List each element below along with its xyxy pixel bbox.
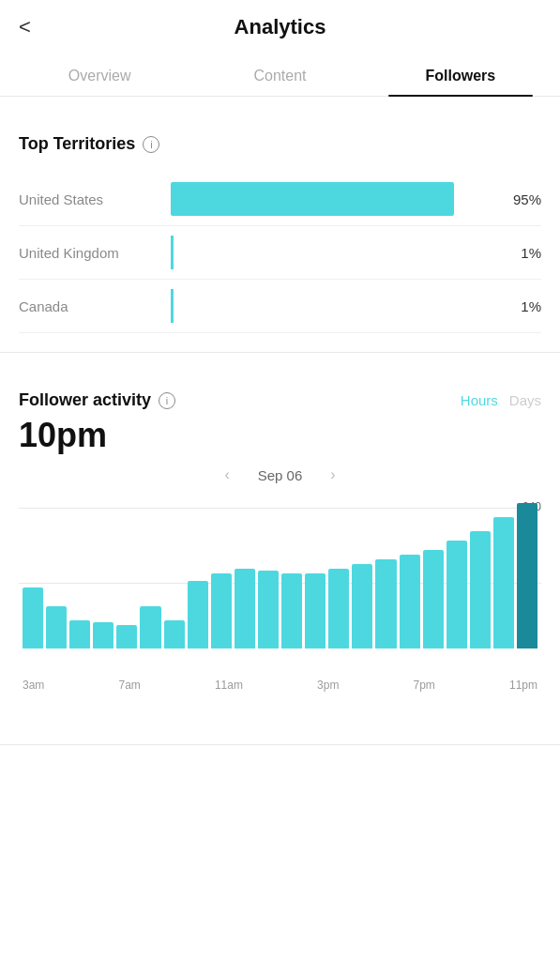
bottom-divider	[0, 744, 560, 745]
peak-time: 10pm	[19, 416, 541, 455]
chart-bar-19	[470, 531, 491, 648]
back-button[interactable]: <	[19, 15, 31, 39]
chart-bar-10	[258, 571, 279, 648]
toggle-days[interactable]: Days	[509, 392, 541, 408]
chart-bar-12	[305, 573, 325, 648]
tab-bar: Overview Content Followers	[0, 54, 560, 97]
header: < Analytics	[0, 0, 560, 54]
chart-bar-9	[235, 569, 255, 648]
territory-row-uk: United Kingdom 1%	[19, 226, 541, 280]
chart-bar-11	[281, 573, 302, 648]
prev-date-button[interactable]: ‹	[224, 466, 229, 483]
activity-info-icon[interactable]: i	[159, 392, 175, 409]
territories-info-icon[interactable]: i	[143, 136, 159, 153]
tab-overview[interactable]: Overview	[9, 54, 189, 96]
territory-bar-uk	[171, 236, 492, 269]
chart-bar-2	[69, 620, 90, 648]
x-label-3am: 3am	[23, 679, 44, 692]
chart-bar-0	[23, 587, 43, 648]
chart-bar-7	[188, 581, 208, 648]
territory-pct-us: 95%	[504, 191, 541, 207]
chart-bar-15	[375, 559, 396, 648]
chart-bar-20	[493, 517, 514, 648]
chart-bar-3	[93, 622, 114, 648]
x-label-7am: 7am	[118, 679, 140, 692]
chart-bar-18	[446, 541, 467, 648]
territory-pct-canada: 1%	[504, 298, 541, 314]
chart-bar-5	[140, 606, 160, 648]
territory-name-us: United States	[19, 191, 159, 207]
activity-toggle: Hours Days	[461, 392, 541, 408]
chart-bar-17	[423, 550, 444, 648]
toggle-hours[interactable]: Hours	[461, 392, 498, 408]
next-date-button[interactable]: ›	[330, 466, 335, 483]
x-label-7pm: 7pm	[414, 679, 435, 692]
chart-bar-14	[352, 564, 372, 648]
tab-followers[interactable]: Followers	[371, 54, 551, 96]
chart-bars	[19, 498, 541, 648]
chart-bar-16	[400, 555, 420, 648]
activity-header: Follower activity i Hours Days	[19, 390, 541, 410]
x-label-11pm: 11pm	[509, 679, 537, 692]
territory-bar-canada	[171, 289, 492, 323]
territory-name-uk: United Kingdom	[19, 245, 159, 261]
x-label-11am: 11am	[215, 679, 243, 692]
date-label: Sep 06	[258, 467, 303, 483]
chart-bar-13	[328, 569, 349, 648]
date-navigation: ‹ Sep 06 ›	[19, 466, 541, 483]
territory-bar-us	[171, 182, 492, 216]
chart-bar-21	[517, 503, 537, 648]
x-label-3pm: 3pm	[317, 679, 339, 692]
territory-row-canada: Canada 1%	[19, 280, 541, 333]
tab-content[interactable]: Content	[189, 54, 370, 96]
follower-activity-section: Follower activity i Hours Days 10pm ‹ Se…	[0, 372, 560, 729]
page-title: Analytics	[235, 15, 326, 39]
territory-row-us: United States 95%	[19, 173, 541, 226]
top-territories-section: Top Territories i United States 95% Unit…	[0, 115, 560, 333]
section-title-activity: Follower activity	[19, 390, 151, 410]
activity-header-left: Follower activity i	[19, 390, 175, 410]
chart-bar-1	[46, 606, 67, 648]
section-header-territories: Top Territories i	[19, 134, 541, 154]
territory-pct-uk: 1%	[504, 245, 541, 261]
x-axis: 3am 7am 11am 3pm 7pm 11pm	[19, 673, 541, 692]
chart-bar-6	[164, 620, 185, 648]
chart-bar-4	[116, 625, 137, 648]
section-title-territories: Top Territories	[19, 134, 135, 154]
territory-name-canada: Canada	[19, 298, 159, 314]
activity-chart: 340 3am 7am 11am 3pm 7pm 11pm	[19, 498, 541, 729]
chart-bar-8	[211, 573, 232, 648]
